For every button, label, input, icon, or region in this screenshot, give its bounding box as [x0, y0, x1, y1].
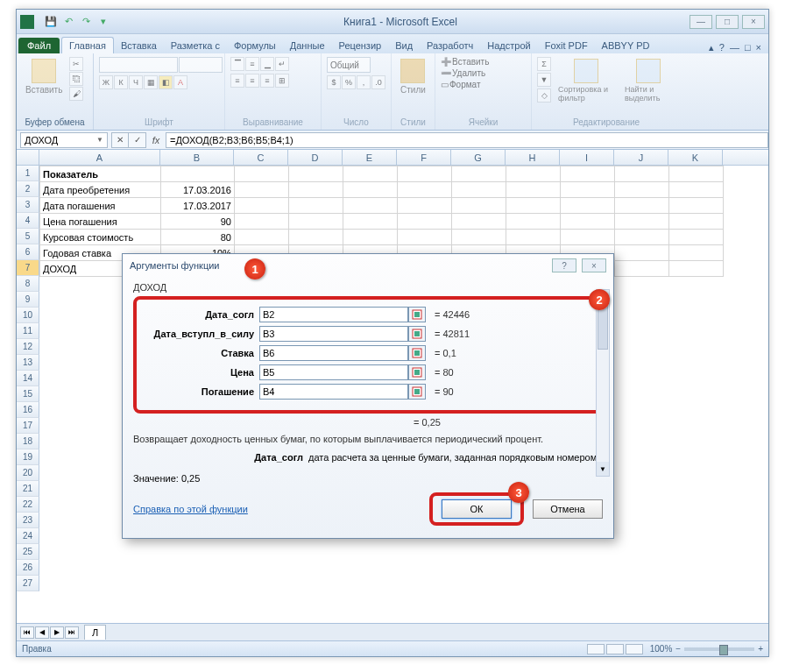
sheet-nav-next-icon[interactable]: ▶ [50, 626, 64, 639]
row-1[interactable]: 1 [17, 166, 39, 181]
col-F[interactable]: F [397, 150, 451, 165]
font-select[interactable] [99, 57, 178, 73]
cell-A3[interactable]: Дата погашения [40, 198, 161, 214]
tab-data[interactable]: Данные [283, 38, 332, 53]
qat-dropdown-icon[interactable]: ▾ [95, 14, 111, 30]
minimize-button[interactable]: — [690, 15, 712, 29]
dialog-titlebar[interactable]: Аргументы функции ? × [123, 254, 613, 277]
row-4[interactable]: 4 [17, 213, 39, 229]
col-C[interactable]: C [234, 150, 288, 165]
autosum-icon[interactable]: Σ [537, 57, 551, 71]
cell-A1[interactable]: Показатель [40, 166, 161, 182]
bold-button[interactable]: Ж [99, 75, 113, 89]
row-8[interactable]: 8 [17, 276, 39, 292]
sheet-nav-first-icon[interactable]: ⏮ [20, 626, 34, 639]
tab-review[interactable]: Рецензир [332, 38, 389, 53]
row-17[interactable]: 17 [17, 418, 39, 434]
comma-icon[interactable]: , [357, 75, 371, 89]
currency-icon[interactable]: $ [327, 75, 341, 89]
row-18[interactable]: 18 [17, 434, 39, 449]
view-normal-icon[interactable] [587, 644, 605, 654]
styles-button[interactable]: Стили [397, 57, 429, 96]
arg-input[interactable]: B4 [259, 384, 408, 400]
help-link[interactable]: Справка по этой функции [133, 504, 248, 514]
row-23[interactable]: 23 [17, 513, 39, 528]
number-format-select[interactable]: Общий [327, 57, 371, 73]
undo-icon[interactable]: ↶ [60, 14, 76, 30]
col-E[interactable]: E [343, 150, 397, 165]
cancel-button[interactable]: Отмена [533, 499, 603, 519]
merge-icon[interactable]: ⊞ [275, 74, 289, 88]
arg-input[interactable]: B2 [259, 307, 408, 322]
minimize-ribbon-icon[interactable]: ▴ [709, 42, 714, 53]
ribbon-close-icon[interactable]: × [756, 42, 761, 53]
cancel-formula-button[interactable]: ✕ [111, 132, 129, 148]
align-center-icon[interactable]: ≡ [245, 74, 259, 88]
col-D[interactable]: D [288, 150, 343, 165]
close-button[interactable]: × [742, 15, 765, 29]
fill-color-icon[interactable]: ◧ [159, 75, 173, 89]
clear-icon[interactable]: ◇ [537, 88, 551, 103]
tab-home[interactable]: Главная [61, 37, 114, 53]
row-5[interactable]: 5 [17, 229, 39, 244]
paste-button[interactable]: Вставить [22, 57, 66, 96]
dialog-scrollbar[interactable]: ▲ ▼ [596, 289, 610, 477]
range-select-icon[interactable] [408, 384, 426, 400]
dialog-close-button[interactable]: × [582, 258, 606, 272]
view-pagebreak-icon[interactable] [626, 644, 643, 654]
row-24[interactable]: 24 [17, 528, 39, 544]
sheet-nav-last-icon[interactable]: ⏭ [65, 626, 79, 639]
row-9[interactable]: 9 [17, 292, 39, 308]
row-27[interactable]: 27 [17, 576, 39, 591]
tab-addins[interactable]: Надстрой [480, 38, 537, 53]
cell-A5[interactable]: Курсовая стоимость [40, 230, 161, 245]
select-all-corner[interactable] [17, 150, 39, 165]
delete-cells-icon[interactable]: ➖ [441, 68, 451, 78]
maximize-button[interactable]: □ [716, 15, 739, 29]
dialog-help-button[interactable]: ? [552, 258, 576, 272]
copy-icon[interactable]: ⿻ [69, 72, 83, 86]
row-13[interactable]: 13 [17, 355, 39, 371]
insert-cells-icon[interactable]: ➕ [441, 57, 451, 67]
cut-icon[interactable]: ✂ [69, 57, 83, 71]
row-19[interactable]: 19 [17, 449, 39, 465]
enter-formula-button[interactable]: ✓ [129, 132, 146, 148]
fx-button[interactable]: fx [146, 135, 166, 145]
save-icon[interactable]: 💾 [43, 14, 59, 30]
row-11[interactable]: 11 [17, 323, 39, 339]
range-select-icon[interactable] [408, 326, 426, 342]
sort-filter-button[interactable]: Сортировка и фильтр [555, 57, 618, 104]
arg-input[interactable]: B6 [259, 345, 408, 361]
formula-input[interactable]: =ДОХОД(B2;B3;B6;B5;B4;1) [166, 132, 768, 148]
cell-B4[interactable]: 90 [161, 214, 235, 230]
sheet-tab[interactable]: Л [84, 625, 106, 640]
cell-A2[interactable]: Дата преобретения [40, 182, 161, 198]
cell-B1[interactable] [161, 166, 235, 182]
redo-icon[interactable]: ↷ [78, 14, 94, 30]
sheet-nav-prev-icon[interactable]: ◀ [35, 626, 49, 639]
percent-icon[interactable]: % [342, 75, 356, 89]
range-select-icon[interactable] [408, 364, 426, 380]
cell-A4[interactable]: Цена погашения [40, 214, 161, 230]
zoom-level[interactable]: 100% [650, 644, 673, 654]
inc-dec-icon[interactable]: .0 [371, 75, 385, 89]
row-16[interactable]: 16 [17, 402, 39, 418]
tab-formulas[interactable]: Формулы [227, 38, 283, 53]
tab-view[interactable]: Вид [388, 38, 420, 53]
format-painter-icon[interactable]: 🖌 [69, 87, 83, 101]
row-15[interactable]: 15 [17, 386, 39, 402]
scroll-down-icon[interactable]: ▼ [597, 462, 609, 476]
underline-button[interactable]: Ч [129, 75, 143, 89]
cell-B2[interactable]: 17.03.2016 [161, 182, 235, 198]
namebox-dropdown-icon[interactable]: ▼ [96, 136, 103, 144]
row-20[interactable]: 20 [17, 465, 39, 481]
tab-insert[interactable]: Вставка [114, 38, 164, 53]
wrap-icon[interactable]: ↵ [275, 57, 289, 71]
align-mid-icon[interactable]: ≡ [245, 57, 259, 71]
col-A[interactable]: A [39, 150, 160, 165]
row-6[interactable]: 6 [17, 244, 39, 260]
border-icon[interactable]: ▦ [144, 75, 158, 89]
find-select-button[interactable]: Найти и выделить [621, 57, 675, 104]
scroll-thumb[interactable] [598, 306, 608, 350]
ok-button[interactable]: ОК [442, 499, 512, 519]
